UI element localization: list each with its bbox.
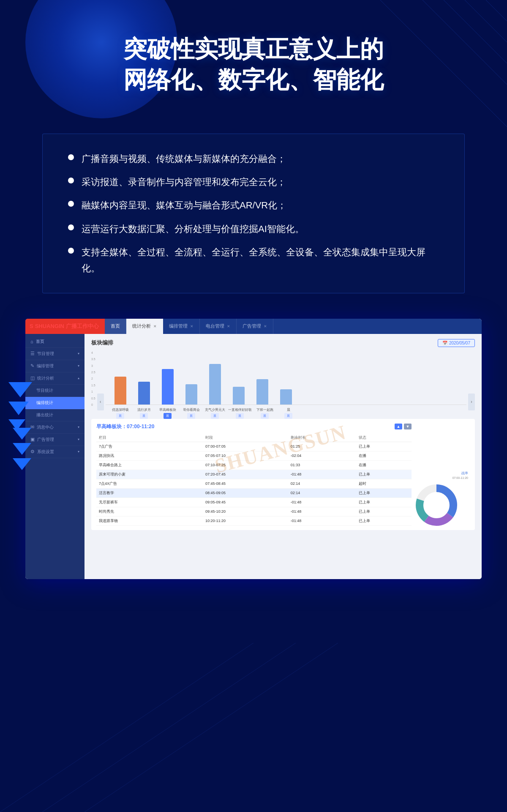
sidebar-adv-label: 广告管理: [37, 437, 54, 443]
bar-2: [138, 382, 150, 405]
date-badge[interactable]: 📅 2020/05/07: [438, 339, 475, 347]
bar-1: [114, 377, 126, 405]
sidebar-item-home[interactable]: ⌂ 首页: [25, 336, 84, 348]
row-name-8: 时尚秀先: [96, 507, 203, 516]
row-status-5: 超时: [356, 479, 412, 488]
triangle-2: [8, 402, 29, 415]
label-btn-8[interactable]: 晨: [284, 413, 292, 419]
sidebar-item-program[interactable]: ☰ 节目管理 ▾: [25, 348, 84, 360]
dashboard-body: ⌂ 首页 ☰ 节目管理 ▾ ✎ 编排管理 ▾ ◫ 统计分析 ▴: [25, 334, 482, 579]
row-time-5: 07:45-08:45: [203, 479, 288, 488]
chart-label-2: 流行岁月 晨: [134, 407, 155, 419]
col-header-status: 状态: [356, 434, 412, 442]
y-label-25: 2.5: [91, 371, 95, 374]
tab-home[interactable]: 首页: [105, 319, 126, 334]
row-status-4: 已上单: [356, 470, 412, 479]
table-nav-down[interactable]: ▼: [404, 424, 412, 429]
table-row-current[interactable]: 原来可理的小麦 07:20-07:45 -01:48 已上单: [96, 470, 412, 479]
bar-group-3: [157, 369, 178, 405]
table-row-highlight[interactable]: 活言教学 08:45-09:05 02:14 已上单: [96, 488, 412, 498]
tab-schedule[interactable]: 编排管理 ✕: [163, 319, 200, 334]
sidebar-item-schedule[interactable]: ✎ 编排管理 ▾: [25, 360, 84, 372]
tab-station-close[interactable]: ✕: [227, 324, 230, 328]
table-header: 早高峰板块：07:00-11:20 ▲ ▼: [96, 423, 412, 430]
row-time-9: 10:20-11:20: [203, 516, 288, 525]
chart-label-5: 充气少男元大 晨: [204, 407, 226, 419]
label-btn-1[interactable]: 晨: [116, 413, 124, 419]
dashboard-header: S SHUANGIN 广播工作中心 首页 统计分析 ✕ 编排管理 ✕ 电台管理 …: [25, 319, 482, 334]
row-name-1: 7点广告: [96, 442, 203, 451]
row-time-1: 07:00-07:05: [203, 442, 288, 451]
bullet-dot-1: [68, 154, 74, 160]
row-name-2: 路况快讯: [96, 451, 203, 460]
sidebar-messages-label: 消息中心: [37, 424, 54, 430]
tab-stats-close[interactable]: ✕: [153, 324, 157, 328]
table-row[interactable]: 无尽脏裤车 09:05-09:45 -01:48 已上单: [96, 498, 412, 507]
bullet-item-4: 运营运行大数据汇聚、分析处理与价值挖掘AI智能化。: [68, 221, 443, 237]
row-remaining-3: 01:33: [288, 460, 356, 470]
bullet-item-1: 广播音频与视频、传统媒体与新媒体的充分融合；: [68, 151, 443, 167]
bullet-dot-3: [68, 201, 74, 207]
calendar-icon: 📅: [442, 341, 447, 345]
sidebar-item-settings[interactable]: ⚙ 系统设置 ▾: [25, 446, 84, 458]
label-btn-6[interactable]: 晨: [236, 413, 244, 419]
tab-ads-label: 广告管理: [243, 323, 261, 329]
chart-nav-left[interactable]: ‹: [97, 394, 104, 410]
row-remaining-7: -01:48: [288, 498, 356, 507]
dashboard-main-content: 板块编排 📅 2020/05/07 4 3.5 3 2.5 2: [84, 334, 482, 579]
y-label-0: 0: [91, 403, 95, 406]
col-header-remaining: 剩余时长: [288, 434, 356, 442]
tab-station[interactable]: 电台管理 ✕: [200, 319, 237, 334]
sidebar-item-broadcast-stats[interactable]: 播出统计: [25, 409, 84, 421]
table-row[interactable]: 时尚秀先 09:45-10:20 -01:48 已上单: [96, 507, 412, 516]
table-nav-up[interactable]: ▲: [395, 424, 402, 429]
tab-schedule-close[interactable]: ✕: [190, 324, 194, 328]
block-editor-header: 板块编排 📅 2020/05/07: [91, 339, 475, 347]
label-btn-3[interactable]: 晨: [164, 413, 172, 419]
sidebar-arrange-stats-label: 编排统计: [36, 400, 53, 406]
sidebar-schedule-label: 编排管理: [37, 363, 54, 369]
bar-group-8: [275, 389, 297, 405]
table-nav-buttons: ▲ ▼: [395, 424, 412, 429]
y-label-05: 0.5: [91, 397, 95, 400]
bullet-dot-2: [68, 178, 74, 183]
bar-group-6: [228, 387, 249, 405]
tab-ads[interactable]: 广告管理 ✕: [237, 319, 273, 334]
sidebar-item-arrange-stats[interactable]: 编排统计: [25, 397, 84, 409]
label-btn-4[interactable]: 晨: [187, 413, 195, 419]
sidebar-stats-label: 统计分析: [37, 375, 54, 381]
label-btn-5[interactable]: 晨: [211, 413, 219, 419]
table-row[interactable]: 7点4X广告 07:45-08:45 02:14 超时: [96, 479, 412, 488]
program-table: 栏目 时段 剩余时长 状态 7点广告 07:00-07:05: [96, 434, 412, 526]
label-btn-2[interactable]: 晨: [140, 413, 148, 419]
sidebar-item-stats[interactable]: ◫ 统计分析 ▴: [25, 372, 84, 385]
tab-station-label: 电台管理: [206, 323, 224, 329]
sidebar-item-adv[interactable]: ▣ 广告管理 ▾: [25, 434, 84, 446]
row-status-2: 在播: [356, 451, 412, 460]
bullet-item-5: 支持全媒体、全过程、全流程、全运行、全系统、全设备、全状态集成集中呈现大屏化。: [68, 244, 443, 276]
tab-ads-close[interactable]: ✕: [264, 324, 267, 328]
row-remaining-9: -01:48: [288, 516, 356, 525]
logo-text: SHUANGIN 广播工作中心: [35, 323, 99, 330]
table-row[interactable]: 7点广告 07:00-07:05 01:25 已上单: [96, 442, 412, 451]
label-btn-7[interactable]: 晨: [261, 413, 269, 419]
bar-8: [280, 389, 292, 405]
table-row[interactable]: 路况快讯 07:05-07:10 -02:04 在播: [96, 451, 412, 460]
row-status-6: 已上单: [356, 488, 412, 498]
col-header-name: 栏目: [96, 434, 203, 442]
row-remaining-4: -01:48: [288, 470, 356, 479]
row-time-2: 07:05-07:10: [203, 451, 288, 460]
dashboard-container: S SHUANGIN 广播工作中心 首页 统计分析 ✕ 编排管理 ✕ 电台管理 …: [25, 319, 482, 579]
row-remaining-8: -01:48: [288, 507, 356, 516]
row-remaining-2: -02:04: [288, 451, 356, 460]
tab-stats[interactable]: 统计分析 ✕: [126, 319, 163, 334]
donut-chart-section: 战率 07:00-11:20: [413, 471, 468, 526]
sidebar-item-program-stats[interactable]: 节目统计: [25, 385, 84, 397]
table-row[interactable]: 我道跟享物 10:20-11:20 -01:48 已上单: [96, 516, 412, 525]
bar-3[interactable]: [162, 369, 174, 405]
chart-nav-right[interactable]: ›: [468, 394, 475, 410]
donut-svg: [413, 482, 460, 528]
row-name-9: 我道跟享物: [96, 516, 203, 525]
sidebar-item-messages[interactable]: ✉ 消息中心 ▾: [25, 421, 84, 434]
table-row[interactable]: 早高峰合路上 07:10-07:25 01:33 在播: [96, 460, 412, 470]
